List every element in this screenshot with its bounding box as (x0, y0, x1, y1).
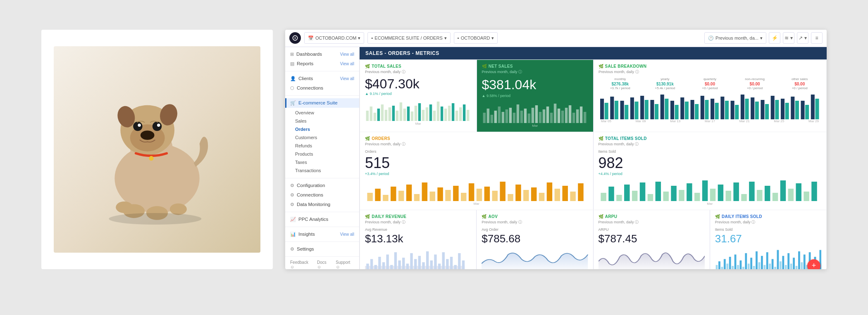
sidebar-sub-refunds[interactable]: Refunds (285, 142, 359, 150)
svg-rect-209 (737, 265, 739, 269)
support-link[interactable]: Support ☺ (336, 260, 354, 269)
sidebar-item-settings[interactable]: ⚙Settings (285, 244, 359, 254)
top-bar: 📅 OCTOBOARD.COM ▾ ▪ ECOMMERCE SUITE / OR… (285, 30, 827, 47)
net-sales-value: $381.04k (482, 77, 589, 92)
sidebar-sub-overview[interactable]: Overview (285, 109, 359, 117)
svg-rect-203 (721, 267, 723, 269)
sidebar-section-clients: 👤Clients View all ⬡Connections (285, 71, 359, 96)
sidebar-item-insights[interactable]: 📊Insights View all (285, 230, 359, 239)
workspace-dropdown[interactable]: ▪ OCTOBOARD ▾ (454, 32, 498, 44)
sidebar-section-dashboards: ⊞Dashboards View all ▤Reports View all (285, 47, 359, 71)
sidebar-sub-products[interactable]: Products (285, 150, 359, 158)
svg-rect-111 (781, 99, 785, 119)
svg-rect-218 (761, 256, 763, 269)
svg-rect-63 (542, 109, 545, 123)
sidebar-item-clients[interactable]: 👤Clients View all (285, 74, 359, 83)
sidebar-section-ecommerce: 🛒E-commerce Suite Overview Sales Orders … (285, 96, 359, 178)
svg-point-15 (149, 156, 153, 160)
feedback-link[interactable]: Feedback ☺ (290, 260, 312, 269)
svg-rect-151 (632, 191, 637, 201)
svg-rect-181 (386, 254, 389, 269)
share-btn[interactable]: ↗ ▾ (797, 32, 808, 44)
svg-rect-85 (650, 100, 654, 119)
breakdown-other: other sales $0.00 +0 / period (778, 77, 821, 90)
sidebar-item-ppc[interactable]: 📈PPC Analytics (285, 215, 359, 224)
sidebar-item-connections2[interactable]: ⚙Connections (285, 190, 359, 200)
svg-rect-81 (630, 97, 634, 119)
domain-dropdown[interactable]: 📅 OCTOBOARD.COM ▾ (304, 32, 364, 44)
breakdown-cols: monthly $276.38k +3.7k / period yearly $… (599, 77, 821, 90)
leaf-icon9: 🌿 (715, 214, 720, 219)
svg-rect-229 (790, 263, 792, 269)
total-sales-chart (365, 98, 472, 121)
svg-rect-228 (787, 253, 789, 269)
svg-rect-123 (398, 191, 404, 201)
date-range-dropdown[interactable]: 🕐 Previous month, da... ▾ (704, 32, 766, 44)
svg-rect-211 (742, 267, 744, 269)
svg-rect-164 (733, 182, 739, 201)
metrics-row3: 🌿 DAILY REVENUE Previous month, daily ⓘ … (360, 210, 826, 269)
breakdown-chart (599, 92, 821, 119)
sidebar-sub-transactions[interactable]: Transactions (285, 166, 359, 175)
sidebar-sub-taxes[interactable]: Taxes (285, 158, 359, 166)
filter-btn[interactable]: ≋ ▾ (783, 32, 794, 44)
svg-rect-152 (639, 182, 645, 201)
svg-rect-208 (734, 254, 736, 269)
leaf-icon5: 🌿 (599, 136, 603, 141)
svg-rect-52 (501, 112, 504, 123)
daily-revenue-chart (365, 248, 471, 269)
sidebar-sub-sales[interactable]: Sales (285, 117, 359, 125)
svg-rect-167 (757, 190, 762, 201)
sidebar-sub-orders[interactable]: Orders (285, 125, 359, 133)
svg-rect-170 (780, 180, 785, 201)
svg-rect-56 (516, 104, 519, 123)
leaf-icon6: 🌿 (365, 214, 370, 219)
svg-rect-121 (383, 195, 388, 201)
svg-point-13 (170, 203, 187, 215)
svg-rect-31 (411, 111, 413, 121)
svg-rect-119 (367, 193, 372, 201)
svg-rect-155 (663, 192, 668, 201)
menu-btn[interactable]: ≡ (811, 32, 823, 44)
svg-rect-72 (576, 109, 578, 123)
svg-rect-43 (455, 111, 458, 121)
svg-rect-82 (634, 102, 638, 119)
orders-chart (365, 178, 588, 201)
leaf-icon7: 🌿 (482, 214, 486, 219)
svg-rect-137 (508, 194, 513, 201)
chevron-icon: ▾ (358, 36, 360, 41)
docs-link[interactable]: Docs ☺ (317, 260, 331, 269)
svg-rect-29 (403, 109, 406, 121)
sidebar-item-configuration[interactable]: ⚙Configuration (285, 181, 359, 190)
svg-rect-226 (782, 256, 784, 269)
sidebar-item-data-monitoring[interactable]: ⚙Data Monitoring (285, 200, 359, 209)
svg-rect-192 (430, 260, 433, 269)
items-sold-value: 982 (599, 154, 822, 172)
svg-rect-75 (600, 99, 604, 119)
svg-rect-50 (494, 111, 496, 123)
svg-rect-132 (469, 183, 474, 201)
svg-rect-109 (771, 96, 775, 119)
svg-rect-230 (793, 258, 795, 269)
arpu-sub: Previous month, daily ⓘ (599, 220, 705, 225)
lightning-btn[interactable]: ⚡ (769, 32, 780, 44)
sidebar-item-ecommerce[interactable]: 🛒E-commerce Suite (285, 98, 359, 108)
svg-rect-19 (366, 111, 369, 121)
sidebar-item-dashboards[interactable]: ⊞Dashboards View all (285, 50, 359, 59)
sidebar-item-connections[interactable]: ⬡Connections (285, 83, 359, 93)
svg-rect-139 (523, 190, 529, 201)
svg-rect-99 (720, 97, 724, 119)
total-sales-label: 🌿 TOTAL SALES (365, 64, 472, 69)
sidebar-section-insights: 📊Insights View all (285, 227, 359, 242)
chevron-icon2: ▾ (444, 36, 447, 41)
svg-rect-207 (732, 266, 734, 269)
aov-sub: Previous month, daily ⓘ (482, 220, 588, 225)
metrics-row1: 🌿 TOTAL SALES Previous month, daily ⓘ $4… (360, 60, 826, 132)
sidebar-item-reports[interactable]: ▤Reports View all (285, 59, 359, 69)
daily-items-sub: Previous month, daily ⓘ (715, 220, 821, 225)
sidebar-sub-customers[interactable]: Customers (285, 133, 359, 142)
aov-label: 🌿 AOV (482, 214, 588, 219)
svg-rect-115 (801, 101, 804, 119)
suite-dropdown[interactable]: ▪ ECOMMERCE SUITE / ORDERS ▾ (367, 32, 450, 44)
net-sales-chart (482, 100, 589, 123)
